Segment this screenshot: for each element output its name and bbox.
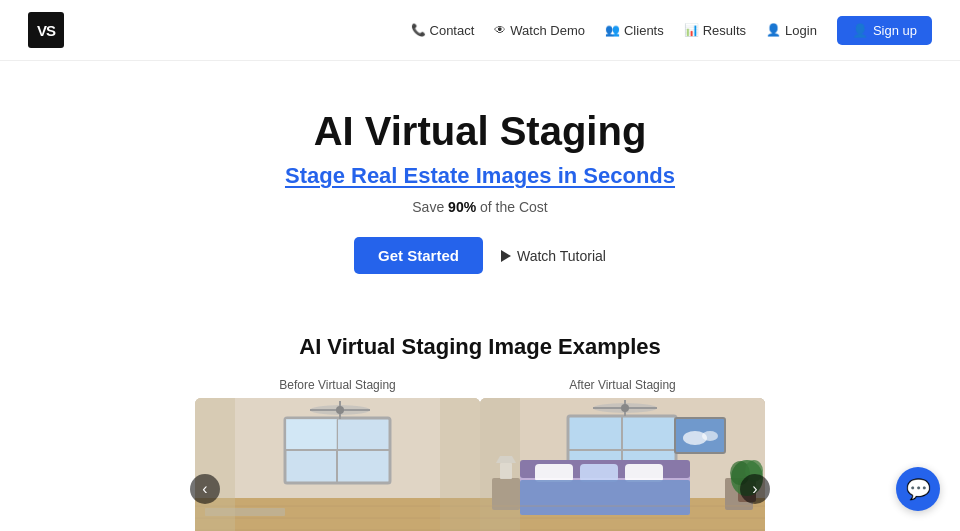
before-room-svg — [195, 398, 480, 531]
hero-savings: Save 90% of the Cost — [20, 199, 940, 215]
carousel: ‹ Before Virtual Staging — [20, 378, 940, 531]
nav-results[interactable]: 📊 Results — [684, 23, 746, 38]
nav-clients[interactable]: 👥 Clients — [605, 23, 664, 38]
hero-section: AI Virtual Staging Stage Real Estate Ima… — [0, 61, 960, 334]
before-image — [195, 398, 480, 531]
hero-title: AI Virtual Staging — [20, 109, 940, 153]
hero-actions: Get Started Watch Tutorial — [20, 237, 940, 274]
signup-icon: 👤 — [852, 23, 868, 38]
nav-login[interactable]: 👤 Login — [766, 23, 817, 38]
after-room-svg — [480, 398, 765, 531]
logo[interactable]: VS — [28, 12, 64, 48]
svg-rect-33 — [580, 464, 618, 482]
nav-watch-demo[interactable]: 👁 Watch Demo — [494, 23, 585, 38]
gallery-section: AI Virtual Staging Image Examples ‹ Befo… — [0, 334, 960, 531]
savings-pct: 90% — [448, 199, 476, 215]
signup-button[interactable]: 👤 Sign up — [837, 16, 932, 45]
after-image — [480, 398, 765, 531]
before-label: Before Virtual Staging — [279, 378, 396, 392]
chat-icon: 💬 — [906, 477, 931, 501]
svg-point-43 — [702, 431, 718, 441]
svg-rect-34 — [625, 464, 663, 482]
svg-rect-32 — [535, 464, 573, 482]
after-column: After Virtual Staging — [480, 378, 765, 531]
header: VS 📞 Contact 👁 Watch Demo 👥 Clients 📊 Re… — [0, 0, 960, 61]
carousel-inner: Before Virtual Staging — [195, 378, 765, 531]
svg-rect-35 — [520, 480, 690, 515]
watch-tutorial-button[interactable]: Watch Tutorial — [501, 248, 606, 264]
after-label: After Virtual Staging — [569, 378, 676, 392]
svg-rect-17 — [195, 398, 235, 531]
hero-subtitle: Stage Real Estate Images in Seconds — [20, 163, 940, 189]
phone-icon: 📞 — [411, 23, 426, 37]
clients-icon: 👥 — [605, 23, 620, 37]
svg-point-29 — [621, 404, 629, 412]
play-icon — [501, 250, 511, 262]
carousel-next-button[interactable]: › — [740, 474, 770, 504]
chart-icon: 📊 — [684, 23, 699, 37]
svg-point-12 — [336, 406, 344, 414]
eye-icon: 👁 — [494, 23, 506, 37]
carousel-prev-button[interactable]: ‹ — [190, 474, 220, 504]
svg-rect-52 — [480, 398, 520, 531]
svg-rect-8 — [286, 419, 337, 449]
gallery-title: AI Virtual Staging Image Examples — [20, 334, 940, 360]
nav-contact[interactable]: 📞 Contact — [411, 23, 475, 38]
main-nav: 📞 Contact 👁 Watch Demo 👥 Clients 📊 Resul… — [411, 16, 932, 45]
before-column: Before Virtual Staging — [195, 378, 480, 531]
chat-bubble[interactable]: 💬 — [896, 467, 940, 511]
svg-rect-18 — [440, 398, 480, 531]
user-icon: 👤 — [766, 23, 781, 37]
get-started-button[interactable]: Get Started — [354, 237, 483, 274]
